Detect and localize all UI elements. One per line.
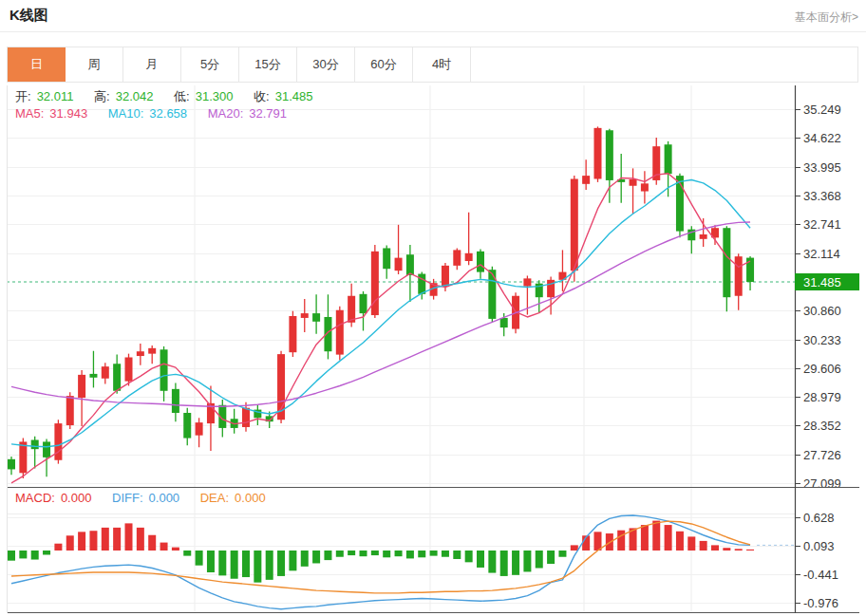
macd-bar <box>89 531 97 551</box>
macd-bar <box>8 551 15 561</box>
price-tick-label: 32.741 <box>803 217 841 232</box>
macd-bar <box>558 551 566 557</box>
close-value: 31.485 <box>275 89 313 103</box>
macd-bar <box>453 551 461 559</box>
ohlc-legend: 开:32.011 高:32.042 低:31.300 收:31.485 <box>15 88 318 105</box>
price-tick-label: 28.979 <box>803 390 841 404</box>
macd-bar <box>523 551 531 571</box>
candle-body <box>78 375 85 398</box>
tab-period-3[interactable]: 5分 <box>181 47 239 82</box>
candle-body <box>160 349 168 390</box>
open-value: 32.011 <box>37 89 74 103</box>
candle-body <box>301 313 309 318</box>
ma20-value: 32.791 <box>249 106 287 121</box>
macd-bar <box>746 550 754 551</box>
macd-bar <box>43 551 50 554</box>
macd-bar <box>348 551 355 555</box>
macd-bar <box>442 551 449 557</box>
macd-bar <box>242 551 250 577</box>
macd-bar <box>66 535 74 551</box>
ma5-value: 31.943 <box>49 106 87 121</box>
ma10-value: 32.658 <box>149 106 187 121</box>
macd-tick-label: 0.628 <box>803 511 835 525</box>
macd-bar <box>676 532 684 551</box>
macd-bar <box>148 535 156 551</box>
macd-bar <box>113 528 121 551</box>
candle-body <box>383 248 390 269</box>
macd-bar <box>488 551 496 573</box>
candle-body <box>31 439 39 449</box>
macd-bar <box>512 551 519 575</box>
candle-body <box>172 389 179 413</box>
macd-bar <box>571 545 578 551</box>
candle-body <box>641 183 649 191</box>
high-label: 高: <box>94 89 110 103</box>
candle-body <box>453 250 461 265</box>
price-tick-label: 27.099 <box>803 476 841 491</box>
period-tabbar: 日周月5分15分30分60分4时 <box>7 47 858 83</box>
ma5-label: MA5: <box>15 106 44 121</box>
price-tick-label: 30.233 <box>803 333 841 347</box>
kline-chart-canvas[interactable]: 35.24934.62233.99533.36832.74132.11430.8… <box>7 85 859 614</box>
macd-bar <box>196 551 203 566</box>
candle-body <box>594 128 602 179</box>
tab-period-7[interactable]: 4时 <box>413 47 471 82</box>
macd-bar <box>723 548 730 551</box>
candle-body <box>312 313 320 322</box>
tab-period-4[interactable]: 15分 <box>239 47 297 82</box>
macd-bar <box>172 548 179 551</box>
open-label: 开: <box>15 89 31 103</box>
candle-body <box>89 374 97 378</box>
macd-bar <box>477 551 484 568</box>
macd-bar <box>617 531 625 551</box>
candle-body <box>418 274 425 294</box>
header-divider <box>0 31 866 32</box>
candle-body <box>406 254 414 275</box>
macd-bar <box>500 551 508 576</box>
candle-body <box>242 408 250 427</box>
candle-body <box>43 441 50 457</box>
price-tick-label: 34.622 <box>803 131 841 145</box>
macd-bar <box>700 541 707 551</box>
macd-bar <box>641 525 649 551</box>
macd-bar <box>312 551 320 563</box>
candle-body <box>700 234 707 239</box>
macd-bar <box>266 551 273 580</box>
candle-body <box>500 318 508 327</box>
tab-period-2[interactable]: 月 <box>123 47 181 82</box>
candle-body <box>113 364 121 391</box>
price-tick-label: 30.860 <box>803 304 841 318</box>
tab-period-5[interactable]: 30分 <box>297 47 355 82</box>
macd-bar <box>301 551 309 567</box>
fundamental-analysis-link[interactable]: 基本面分析> <box>795 9 858 26</box>
dea-line <box>11 521 750 593</box>
candle-body <box>630 179 637 186</box>
macd-bar <box>711 545 719 551</box>
macd-bar <box>254 551 261 583</box>
macd-bar <box>665 525 672 551</box>
macd-bar <box>324 551 331 560</box>
price-tick-label: 32.114 <box>803 247 840 261</box>
macd-bar <box>78 532 85 551</box>
macd-bar <box>160 543 168 551</box>
dea-value: 0.000 <box>235 491 266 505</box>
ma20-line <box>11 222 750 406</box>
tab-period-1[interactable]: 周 <box>66 47 123 82</box>
ma10-line <box>11 179 750 446</box>
low-value: 31.300 <box>196 89 234 103</box>
tab-period-6[interactable]: 60分 <box>355 47 413 82</box>
candle-body <box>19 441 27 473</box>
close-label: 收: <box>254 89 270 103</box>
ma20-label: MA20: <box>208 106 244 121</box>
candle-body <box>336 310 344 355</box>
dea-label: DEA: <box>200 491 229 505</box>
tab-period-0[interactable]: 日 <box>8 47 66 82</box>
macd-bar <box>418 551 425 557</box>
candle-body <box>442 266 449 287</box>
macd-bar <box>137 528 144 551</box>
candle-body <box>606 130 613 180</box>
diff-value: 0.000 <box>149 491 180 505</box>
macd-bar <box>735 549 743 551</box>
macd-bar <box>218 551 226 575</box>
candle-body <box>66 396 74 425</box>
